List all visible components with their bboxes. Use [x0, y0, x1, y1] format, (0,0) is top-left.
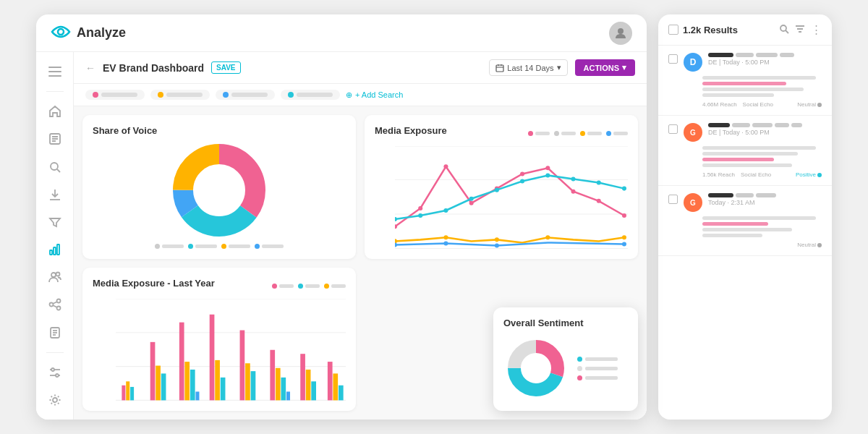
more-icon[interactable]: ⋮ [811, 23, 822, 36]
svg-point-15 [51, 273, 56, 277]
sidebar-item-share[interactable] [42, 294, 68, 315]
svg-point-55 [597, 199, 601, 203]
date-range-chevron: ▾ [557, 63, 561, 72]
svg-point-50 [469, 201, 474, 205]
result-meta: Today · 2:31 AM [708, 199, 822, 206]
svg-point-64 [571, 176, 576, 181]
svg-point-53 [545, 166, 550, 170]
sidebar-item-filter[interactable] [42, 211, 68, 233]
svg-point-29 [56, 374, 59, 377]
sidebar-item-analytics[interactable] [42, 239, 68, 260]
results-count: 1.2k Results [668, 25, 738, 35]
svg-point-16 [56, 273, 59, 276]
svg-rect-94 [122, 385, 125, 400]
result-checkbox[interactable] [668, 195, 678, 204]
tag-pill-1[interactable] [85, 90, 145, 100]
save-button[interactable]: SAVE [211, 61, 241, 74]
svg-rect-109 [251, 371, 256, 400]
add-search-button[interactable]: ⊕ + Add Search [346, 90, 403, 100]
filter-icon[interactable] [795, 24, 805, 36]
tag-pill-3[interactable] [216, 90, 275, 100]
sidebar-item-pages[interactable] [42, 128, 68, 150]
svg-point-58 [418, 213, 422, 218]
search-icon[interactable] [779, 24, 789, 36]
list-item[interactable]: G Today · 2:31 AM [658, 186, 832, 256]
y-axis-label: Documents [375, 171, 375, 200]
avatar: G [684, 123, 702, 142]
date-range-label: Last 14 Days [507, 64, 553, 72]
svg-point-61 [495, 188, 499, 192]
svg-point-27 [51, 368, 54, 371]
logo-area: Analyze [51, 24, 126, 43]
svg-rect-106 [221, 377, 226, 400]
svg-line-132 [786, 30, 788, 33]
svg-point-17 [56, 299, 60, 303]
donut-chart [169, 142, 270, 239]
result-meta: DE | Today · 5:00 PM [708, 59, 822, 66]
svg-rect-107 [240, 330, 245, 400]
svg-rect-117 [328, 362, 333, 400]
svg-rect-31 [496, 65, 503, 72]
media-exposure-card: Media Exposure Documents [365, 115, 638, 259]
result-list: D DE | Today · 5:00 PM [658, 46, 832, 420]
svg-rect-14 [57, 244, 59, 255]
result-info: Today · 2:31 AM [708, 193, 822, 206]
tag-pill-2[interactable] [150, 90, 210, 100]
result-text-lines [702, 76, 822, 97]
svg-rect-112 [281, 377, 286, 400]
svg-point-30 [53, 398, 57, 402]
sidebar-item-menu[interactable] [42, 61, 68, 82]
svg-point-52 [520, 171, 524, 176]
svg-rect-96 [130, 386, 134, 400]
tag-pill-4[interactable] [281, 90, 340, 100]
select-all-checkbox[interactable] [668, 25, 678, 35]
result-checkbox[interactable] [668, 124, 678, 134]
user-avatar[interactable] [609, 22, 632, 45]
svg-point-70 [545, 235, 550, 239]
back-button[interactable]: ← [85, 62, 95, 74]
svg-rect-105 [215, 359, 220, 400]
svg-point-18 [49, 303, 53, 307]
sidebar-item-download[interactable] [42, 184, 68, 205]
sidebar-item-home[interactable] [42, 101, 68, 122]
svg-point-62 [520, 179, 524, 183]
actions-button[interactable]: ACTIONS ▾ [575, 59, 636, 76]
svg-point-66 [622, 187, 626, 191]
result-info: DE | Today · 5:00 PM [708, 53, 822, 66]
svg-rect-97 [150, 341, 156, 400]
sentiment-badge: Positive [796, 171, 822, 178]
sub-header-right: Last 14 Days ▾ ACTIONS ▾ [489, 59, 635, 76]
svg-rect-4 [48, 75, 61, 77]
share-of-voice-legend [93, 244, 346, 249]
result-item-header: G DE | Today · 5:00 PM [668, 123, 822, 142]
svg-rect-100 [179, 322, 184, 400]
avatar: G [684, 193, 702, 212]
svg-point-75 [622, 242, 626, 246]
svg-point-65 [597, 181, 601, 185]
svg-point-19 [56, 307, 60, 310]
svg-point-54 [571, 190, 576, 194]
panel-icons: ⋮ [779, 23, 822, 36]
right-panel-header: 1.2k Results ⋮ [658, 14, 832, 46]
list-item[interactable]: G DE | Today · 5:00 PM [658, 116, 832, 186]
result-title-line [708, 193, 822, 197]
sidebar [36, 52, 74, 420]
svg-point-60 [469, 197, 474, 201]
date-range-picker[interactable]: Last 14 Days ▾ [489, 59, 567, 76]
sentiment-badge: Neutral [797, 242, 822, 248]
sidebar-item-users[interactable] [42, 266, 68, 288]
sidebar-item-search[interactable] [42, 156, 68, 177]
result-info: DE | Today · 5:00 PM [708, 123, 822, 136]
result-checkbox[interactable] [668, 54, 678, 64]
sidebar-item-settings-sliders[interactable] [42, 362, 68, 383]
sidebar-item-docs[interactable] [42, 322, 68, 344]
result-footer: 4.66M Reach Social Echo Neutral [702, 101, 822, 108]
result-text-lines [702, 146, 822, 167]
sidebar-item-gear[interactable] [42, 389, 68, 411]
list-item[interactable]: D DE | Today · 5:00 PM [658, 46, 832, 116]
svg-point-0 [58, 29, 64, 35]
result-title-line [708, 53, 822, 57]
svg-rect-3 [48, 71, 61, 72]
svg-point-56 [622, 213, 626, 218]
tags-bar: ⊕ + Add Search [74, 84, 647, 106]
